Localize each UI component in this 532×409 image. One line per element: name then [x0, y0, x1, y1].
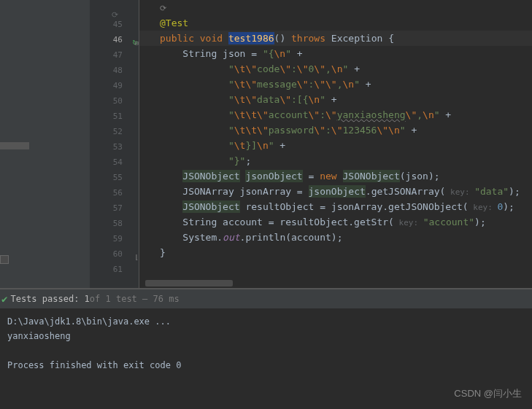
- gutter-line[interactable]: 45: [90, 17, 139, 32]
- code-line[interactable]: JSONObject resultObject = jsonArray.getJ…: [139, 199, 532, 214]
- code-line[interactable]: "\t}]\n" +: [139, 138, 532, 153]
- code-line[interactable]: "\t\"message\":\"\",\n" +: [139, 77, 532, 92]
- code-editor[interactable]: ⟳ @Test public void test1986() throws Ex…: [139, 0, 532, 288]
- code-line[interactable]: "\t\t\"password\":\"123456\"\n" +: [139, 122, 532, 138]
- code-line[interactable]: JSONObject jsonObject = new JSONObject(j…: [139, 168, 532, 184]
- tests-passed-label: Tests passed: 1: [10, 289, 89, 308]
- gutter-line[interactable]: 54: [90, 155, 139, 170]
- code-line[interactable]: "\t\"data\":[{\n" +: [139, 92, 532, 107]
- gutter-line[interactable]: 58: [90, 216, 139, 231]
- test-passed-icon: ✔: [1, 289, 7, 308]
- code-line-current[interactable]: public void test1986() throws Exception …: [139, 31, 532, 46]
- gutter-line[interactable]: 53: [90, 139, 139, 155]
- editor-gutter[interactable]: ⟳ 45 46↻⊟ 47 48 49 50 51 52 53 54 55 56 …: [90, 0, 139, 288]
- gutter-line[interactable]: 52: [90, 124, 139, 139]
- gutter-line[interactable]: 50: [90, 93, 139, 109]
- console-output[interactable]: D:\Java\jdk1.8\bin\java.exe ... yanxiaos…: [0, 308, 532, 409]
- gutter-line[interactable]: 61: [90, 262, 139, 277]
- tool-window-tab[interactable]: [0, 255, 9, 264]
- gutter-line[interactable]: 60⌊: [90, 246, 139, 262]
- gutter-line[interactable]: ⟳: [90, 1, 139, 17]
- project-panel[interactable]: [0, 0, 90, 288]
- test-status-bar[interactable]: ✔ Tests passed: 1 of 1 test – 76 ms: [0, 289, 532, 308]
- console-line: Process finished with exit code 0: [7, 358, 525, 373]
- code-line[interactable]: System.out.println(account);: [139, 230, 532, 245]
- watermark: CSDN @闫小生: [454, 387, 522, 400]
- tests-detail-label: of 1 test – 76 ms: [90, 289, 180, 308]
- code-line[interactable]: ⟳: [139, 0, 532, 15]
- gutter-line[interactable]: 59: [90, 231, 139, 246]
- gutter-line[interactable]: 56: [90, 185, 139, 200]
- code-line[interactable]: String account = resultObject.getStr( ke…: [139, 214, 532, 230]
- gutter-line[interactable]: 48: [90, 63, 139, 78]
- code-line[interactable]: JSONArray jsonArray = jsonObject.getJSON…: [139, 184, 532, 199]
- console-line: D:\Java\jdk1.8\bin\java.exe ...: [7, 314, 525, 329]
- editor-main: ⟳ 45 46↻⊟ 47 48 49 50 51 52 53 54 55 56 …: [0, 0, 532, 288]
- fold-icon[interactable]: ⊟: [133, 36, 139, 42]
- horizontal-scrollbar[interactable]: [139, 279, 532, 288]
- panel-scrollbar[interactable]: [0, 142, 29, 149]
- gutter-line-current[interactable]: 46↻⊟: [90, 32, 139, 47]
- scrollbar-thumb[interactable]: [145, 280, 233, 287]
- code-line[interactable]: String json = "{\n" +: [139, 46, 532, 61]
- console-line: [7, 343, 525, 358]
- gutter-line[interactable]: 47: [90, 47, 139, 63]
- code-line[interactable]: [139, 260, 532, 276]
- console-line: yanxiaosheng: [7, 329, 525, 343]
- code-line[interactable]: }: [139, 245, 532, 260]
- code-line[interactable]: "\t\t\"account\":\"yanxiaosheng\",\n" +: [139, 107, 532, 122]
- author-annotation: ⟳: [160, 4, 166, 13]
- gutter-line[interactable]: 49: [90, 78, 139, 93]
- gutter-line[interactable]: 57: [90, 200, 139, 216]
- code-line[interactable]: "\t\"code\":\"0\",\n" +: [139, 61, 532, 77]
- gutter-line[interactable]: 51: [90, 109, 139, 124]
- code-line[interactable]: "}";: [139, 153, 532, 168]
- code-line[interactable]: @Test: [139, 15, 532, 31]
- fold-end-icon[interactable]: ⌊: [133, 250, 139, 256]
- gutter-line[interactable]: 55: [90, 170, 139, 185]
